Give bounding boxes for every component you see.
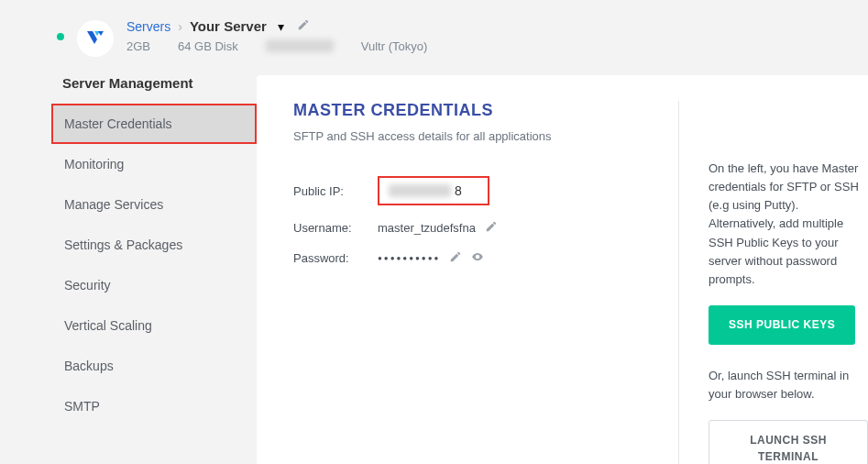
sidebar-item-monitoring[interactable]: Monitoring [51, 144, 257, 184]
username-label: Username: [293, 221, 378, 235]
ip-suffix: 8 [455, 183, 462, 198]
edit-icon[interactable] [297, 18, 310, 34]
breadcrumb-current: Your Server [190, 18, 267, 34]
ssh-public-keys-button[interactable]: SSH PUBLIC KEYS [709, 305, 855, 345]
public-ip-value: 8 [378, 176, 489, 205]
sidebar-item-security[interactable]: Security [51, 265, 257, 305]
server-specs: 2GB 64 GB Disk Vultr (Tokyo) [126, 39, 427, 53]
panel-help: On the left, you have Master credentials… [678, 101, 868, 464]
breadcrumb: Servers › Your Server ▾ [126, 18, 427, 34]
username-value: master_tzudefsfna [378, 221, 476, 235]
sidebar-item-smtp[interactable]: SMTP [51, 386, 257, 426]
field-username: Username: master_tzudefsfna [293, 220, 678, 236]
panel-subtitle: SFTP and SSH access details for all appl… [293, 129, 678, 143]
field-password: Password: ●●●●●●●●●● [293, 250, 678, 266]
spec-ram: 2GB [126, 39, 150, 53]
edit-username-icon[interactable] [485, 220, 498, 236]
sidebar-title: Server Management [51, 75, 257, 104]
password-mask: ●●●●●●●●●● [378, 254, 440, 262]
sidebar-item-manage-services[interactable]: Manage Services [51, 184, 257, 225]
page-header: Servers › Your Server ▾ 2GB 64 GB Disk V… [0, 0, 868, 75]
help-text-2: Or, launch SSH terminal in your browser … [709, 367, 868, 403]
reveal-password-icon[interactable] [471, 250, 484, 266]
main-panel: MASTER CREDENTIALS SFTP and SSH access d… [257, 75, 868, 464]
edit-password-icon[interactable] [449, 250, 462, 266]
public-ip-label: Public IP: [293, 184, 378, 198]
field-public-ip: Public IP: 8 [293, 176, 678, 205]
provider-logo [77, 20, 114, 57]
sidebar-item-vertical-scaling[interactable]: Vertical Scaling [51, 305, 257, 346]
spec-redacted [266, 39, 334, 52]
breadcrumb-servers-link[interactable]: Servers [126, 19, 170, 34]
chevron-right-icon: › [178, 19, 182, 34]
password-label: Password: [293, 251, 378, 265]
sidebar: Server Management Master Credentials Mon… [0, 75, 257, 426]
spec-provider: Vultr (Tokyo) [361, 39, 427, 53]
sidebar-item-settings-packages[interactable]: Settings & Packages [51, 225, 257, 265]
caret-down-icon[interactable]: ▾ [278, 19, 284, 34]
ip-redacted [389, 184, 451, 197]
sidebar-item-backups[interactable]: Backups [51, 346, 257, 386]
panel-title: MASTER CREDENTIALS [293, 101, 678, 120]
status-dot-icon [57, 33, 64, 40]
spec-disk: 64 GB Disk [178, 39, 238, 53]
sidebar-item-master-credentials[interactable]: Master Credentials [51, 104, 257, 144]
launch-ssh-terminal-button[interactable]: LAUNCH SSH TERMINAL [709, 420, 868, 464]
vultr-icon [84, 28, 106, 50]
help-text-1: On the left, you have Master credentials… [709, 160, 868, 289]
